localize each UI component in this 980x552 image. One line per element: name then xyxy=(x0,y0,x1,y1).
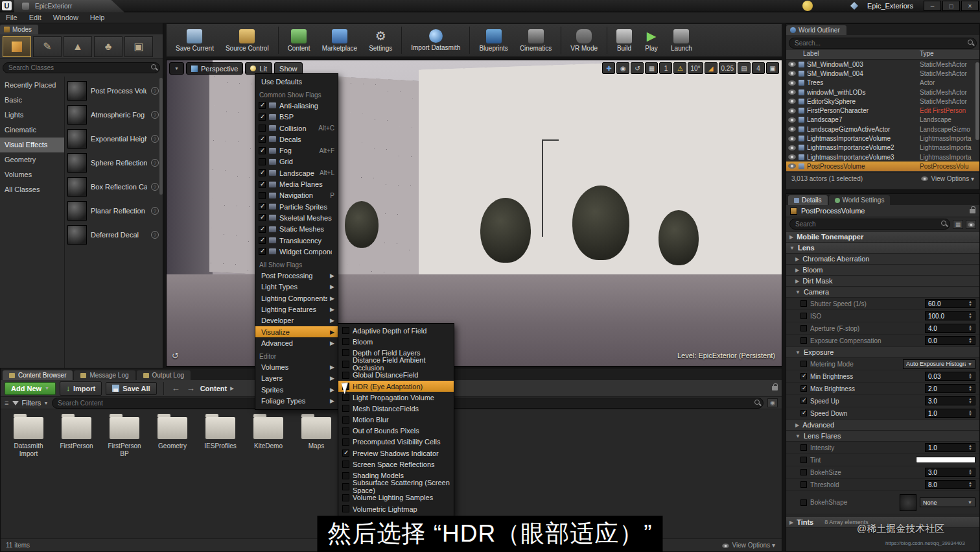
number-input[interactable]: 3.0▲▼ xyxy=(925,396,975,405)
build-button[interactable]: Build xyxy=(611,27,637,54)
bokeh-shape-dropdown[interactable]: None▼ xyxy=(920,498,975,507)
lock-icon[interactable] xyxy=(970,209,975,213)
tab-details[interactable]: Details xyxy=(788,195,828,205)
minimize-button[interactable]: – xyxy=(924,1,941,11)
folder-item[interactable]: FirstPerson xyxy=(58,417,95,458)
outliner-view-options-button[interactable]: View Options ▾ xyxy=(921,175,974,182)
visibility-eye-icon[interactable] xyxy=(788,145,796,150)
outliner-row[interactable]: LandscapeGizmoActiveActor LandscapeGizmo xyxy=(786,125,979,134)
foliage-mode-button[interactable]: ♣ xyxy=(94,36,122,57)
checkbox[interactable] xyxy=(259,237,266,244)
show-flag-submenu[interactable]: Visualize ▶ xyxy=(255,326,338,337)
outliner-row[interactable]: SM_WindowM_003 StaticMeshActor xyxy=(786,60,979,69)
close-button[interactable]: × xyxy=(961,1,979,11)
checkbox[interactable] xyxy=(259,226,266,233)
select-translate-icon[interactable]: ◉ xyxy=(616,62,629,74)
tab-world-settings[interactable]: World Settings xyxy=(829,195,891,205)
checkbox[interactable] xyxy=(259,102,266,109)
breadcrumb[interactable]: Content▶ xyxy=(200,385,234,392)
override-checkbox[interactable] xyxy=(800,398,807,404)
landscape-mode-button[interactable]: ▲ xyxy=(64,36,92,57)
placeable-item[interactable]: Atmospheric Fog ? xyxy=(67,102,160,126)
maximize-button[interactable]: □ xyxy=(942,1,960,11)
cb-view-options-button[interactable]: View Options ▾ xyxy=(722,542,775,549)
visualize-flag-item[interactable]: Motion Blur xyxy=(338,414,454,426)
visualize-flag-item[interactable]: Out of Bounds Pixels xyxy=(338,426,454,437)
checkbox[interactable] xyxy=(259,214,266,221)
maximize-restore-icon[interactable]: ▣ xyxy=(766,62,779,74)
sources-panel-icon[interactable]: ≡ xyxy=(5,399,8,407)
save-search-icon[interactable]: ◉ xyxy=(767,398,778,407)
number-input[interactable]: 1.0▲▼ xyxy=(925,409,975,418)
show-flag-item[interactable]: Grid xyxy=(255,156,338,167)
camera-speed-icon[interactable]: ▤ xyxy=(738,62,751,74)
visibility-eye-icon[interactable] xyxy=(788,136,796,141)
number-input[interactable]: 100.0▲▼ xyxy=(925,311,975,320)
show-flag-submenu[interactable]: Developer ▶ xyxy=(255,315,338,326)
section-lens[interactable]: ▼Lens xyxy=(786,243,979,254)
checkbox[interactable] xyxy=(342,405,349,412)
editor-flag-submenu[interactable]: Layers ▶ xyxy=(255,373,338,384)
folder-item[interactable]: Maps xyxy=(298,417,335,458)
marketplace-button[interactable]: Marketplace xyxy=(317,27,362,54)
placeable-item[interactable]: Deferred Decal ? xyxy=(67,222,160,246)
cinematics-button[interactable]: Cinematics xyxy=(515,27,557,54)
checkbox[interactable] xyxy=(342,461,349,468)
override-checkbox[interactable] xyxy=(800,300,807,307)
outliner-row[interactable]: FirstPersonCharacter Edit FirstPerson xyxy=(786,106,979,115)
tab-world-outliner[interactable]: World Outliner xyxy=(786,25,846,35)
visibility-eye-icon[interactable] xyxy=(788,126,796,132)
visibility-eye-icon[interactable] xyxy=(788,80,796,86)
visibility-eye-icon[interactable] xyxy=(788,62,796,67)
show-flag-item[interactable]: Fog Alt+F xyxy=(255,145,338,156)
checkbox[interactable] xyxy=(342,327,349,334)
visibility-eye-icon[interactable] xyxy=(788,108,796,114)
geometry-mode-button[interactable]: ▣ xyxy=(124,36,153,57)
modes-scrollbar[interactable] xyxy=(159,78,163,195)
show-flag-submenu[interactable]: Lighting Components ▶ xyxy=(255,293,338,304)
category-item[interactable]: Recently Placed xyxy=(0,78,64,93)
visualize-flag-item[interactable]: HDR (Eye Adaptation) xyxy=(338,381,454,392)
column-type[interactable]: Type xyxy=(920,50,979,59)
show-flag-item[interactable]: Skeletal Meshes xyxy=(255,212,338,223)
checkbox[interactable] xyxy=(342,438,349,446)
visualize-flag-item[interactable]: Distance Field Ambient Occlusion xyxy=(338,359,454,370)
perspective-button[interactable]: Perspective xyxy=(186,62,243,75)
show-flag-item[interactable]: Media Planes xyxy=(255,178,338,189)
show-flag-item[interactable]: Anti-aliasing xyxy=(255,100,338,111)
launch-button[interactable]: Launch xyxy=(666,27,697,54)
placeable-item[interactable]: Planar Reflection ? xyxy=(67,198,160,222)
override-checkbox[interactable] xyxy=(800,337,807,344)
outliner-search-input[interactable] xyxy=(789,38,977,49)
number-input[interactable]: 1.0▲▼ xyxy=(925,443,975,452)
category-item[interactable]: Geometry xyxy=(0,152,64,167)
add-new-button[interactable]: Add New▼ xyxy=(5,382,56,395)
visibility-eye-icon[interactable] xyxy=(788,99,796,104)
back-arrow-icon[interactable]: ← xyxy=(170,383,181,393)
content-button[interactable]: Content xyxy=(283,27,316,54)
account-avatar[interactable] xyxy=(802,1,813,11)
number-input[interactable]: 4.0▲▼ xyxy=(925,324,975,333)
maximize-viewport-icon[interactable]: ✚ xyxy=(602,62,615,74)
outliner-row[interactable]: Landscape7 Landscape xyxy=(786,115,979,125)
menu-item[interactable]: Help xyxy=(84,14,111,21)
metering-mode-dropdown[interactable]: Auto Exposure Histogram▼ xyxy=(903,359,975,369)
level-document-tab[interactable]: EpicExteriorr xyxy=(14,0,124,12)
show-flag-item[interactable]: Collision Alt+C xyxy=(255,123,338,134)
outliner-row[interactable]: PostProcessVolume PostProcessVolu xyxy=(786,162,979,171)
bottom-panel-tab[interactable]: Content Browser xyxy=(3,370,73,380)
grid-snap-icon[interactable]: ▦ xyxy=(645,62,658,74)
use-defaults-item[interactable]: Use Defaults xyxy=(255,76,338,87)
show-flag-item[interactable]: Decals xyxy=(255,134,338,145)
visualize-flag-item[interactable]: Bloom xyxy=(338,336,454,347)
placeable-item[interactable]: Exponential Height F ? xyxy=(67,126,160,150)
menu-item[interactable]: Edit xyxy=(23,14,47,21)
save-current-button[interactable]: Save Current xyxy=(170,27,219,54)
outliner-scrollbar[interactable] xyxy=(975,62,979,140)
override-checkbox[interactable] xyxy=(800,373,807,379)
editor-flag-submenu[interactable]: Sprites ▶ xyxy=(255,384,338,395)
folder-item[interactable]: Datasmith Import xyxy=(10,417,47,458)
subsection-camera[interactable]: ▼Camera xyxy=(786,287,979,298)
visibility-eye-icon[interactable] xyxy=(788,90,796,95)
show-flag-item[interactable]: Translucency xyxy=(255,235,338,246)
